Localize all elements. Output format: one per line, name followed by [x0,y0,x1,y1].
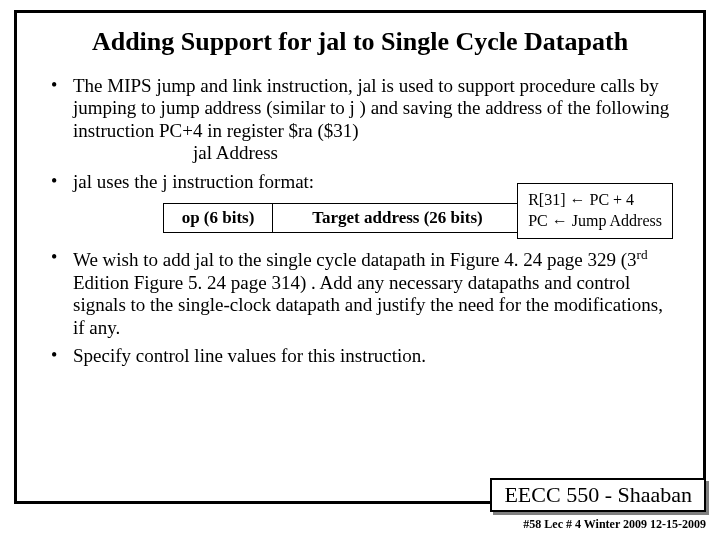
format-op-field: op (6 bits) [163,203,273,233]
rt-line-1a: R[31] [528,191,569,208]
footer-meta: #58 Lec # 4 Winter 2009 12-15-2009 [523,517,706,532]
slide-title: Adding Support for jal to Single Cycle D… [43,27,677,57]
jal-address-line: jal Address [73,142,677,164]
rt-line-2: PC ← Jump Address [528,211,662,232]
bullet-3-sup: rd [637,247,648,262]
bullet-list-2: We wish to add jal to the single cycle d… [43,247,677,367]
bullet-1: The MIPS jump and link instruction, jal … [47,75,677,165]
rt-line-2b: Jump Address [568,212,662,229]
slide-frame: Adding Support for jal to Single Cycle D… [14,10,706,504]
rt-line-2a: PC [528,212,552,229]
rt-line-1b: PC + 4 [586,191,635,208]
bullet-3b: Edition Figure 5. 24 page 314) . Add any… [73,272,663,338]
footer-course-box: EECC 550 - Shaaban [490,478,706,512]
rt-line-1: R[31] ← PC + 4 [528,190,662,211]
arrow-icon: ← [570,191,586,208]
bullet-3: We wish to add jal to the single cycle d… [47,247,677,339]
bullet-4: Specify control line values for this ins… [47,345,677,367]
register-transfer-box: R[31] ← PC + 4 PC ← Jump Address [517,183,673,239]
bullet-1-text: The MIPS jump and link instruction, jal … [73,75,669,141]
bullet-3a: We wish to add jal to the single cycle d… [73,249,637,270]
format-target-field: Target address (26 bits) [273,203,523,233]
bullet-list: The MIPS jump and link instruction, jal … [43,75,677,193]
footer-course-text: EECC 550 - Shaaban [504,482,692,507]
arrow-icon: ← [552,212,568,229]
